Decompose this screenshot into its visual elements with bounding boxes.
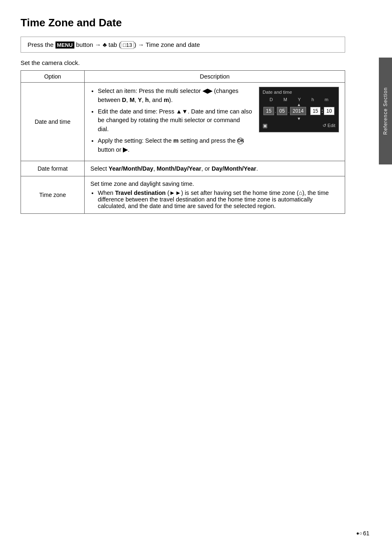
col-header-description: Description <box>85 71 345 83</box>
screen-edit-label: ↺ Edit <box>323 123 335 128</box>
page-number-bullets: ●○ <box>356 530 362 536</box>
instruction-prefix: Press the <box>28 41 53 48</box>
screen-date-row: 15 . 05 . 2014 15 : 10 <box>263 107 335 115</box>
screen-back-icon: ▣ <box>263 123 267 129</box>
screen-title: Date and time <box>263 90 335 95</box>
menu-keyword: MENU <box>55 42 74 49</box>
camera-screen: Date and time D M Y h m ▲ 15 <box>259 87 339 132</box>
desc-date-format: Select Year/Month/Day, Month/Day/Year, o… <box>85 161 345 176</box>
page-number: ●○ 61 <box>356 530 369 537</box>
menu-instruction: Press the MENU button → ♣ tab (□13) → Ti… <box>21 37 345 53</box>
instruction-tab: tab (□13) → Time zone and date <box>108 41 200 48</box>
up-arrow: ▲ <box>263 103 335 107</box>
reference-section-label: Reference Section <box>383 87 388 135</box>
instruction-middle: button → <box>76 41 103 48</box>
tab-icon: ♣ <box>103 41 107 48</box>
desc-date-and-time: Select an item: Press the multi selector… <box>85 83 345 161</box>
table-row: Time zone Set time zone and daylight sav… <box>21 176 345 214</box>
set-clock-text: Set the camera clock. <box>21 59 345 66</box>
screen-header-row: D M Y h m <box>263 97 335 102</box>
option-date-and-time: Date and time <box>21 83 85 161</box>
page-title: Time Zone and Date <box>21 16 345 29</box>
table-row: Date and time Select an item: Press the … <box>21 83 345 161</box>
option-date-format: Date format <box>21 161 85 176</box>
screen-bottom: ▣ ↺ Edit <box>263 123 335 129</box>
main-table: Option Description Date and time Select … <box>21 70 345 214</box>
desc-time-zone: Set time zone and daylight saving time. … <box>85 176 345 214</box>
page-number-value: 61 <box>363 530 369 537</box>
down-arrow: ▼ <box>263 117 335 121</box>
table-row: Date format Select Year/Month/Day, Month… <box>21 161 345 176</box>
col-header-option: Option <box>21 71 85 83</box>
option-time-zone: Time zone <box>21 176 85 214</box>
reference-section-sidebar: Reference Section <box>379 58 392 164</box>
